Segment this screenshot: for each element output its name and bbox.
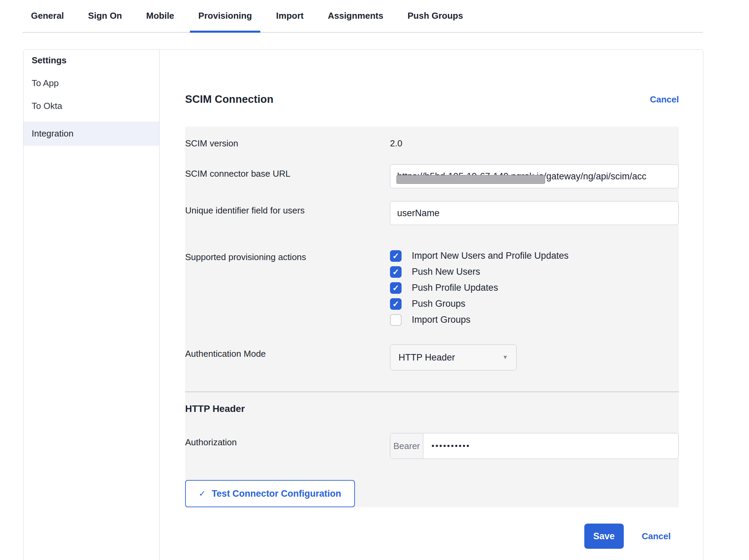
checkbox-checked-icon[interactable]: ✓	[390, 282, 402, 294]
sidebar-item-to-app[interactable]: To App	[23, 77, 159, 89]
provisioning-card: Settings To App To Okta Integration SCIM…	[23, 49, 703, 560]
checkbox-checked-icon[interactable]: ✓	[390, 250, 402, 262]
scim-version-value: 2.0	[390, 134, 679, 149]
authorization-label: Authorization	[185, 433, 390, 459]
scim-connection-section: SCIM Connection Cancel SCIM version 2.0 …	[160, 50, 704, 560]
check-icon: ✓	[199, 489, 206, 498]
tab-provisioning[interactable]: Provisioning	[190, 0, 260, 32]
base-url-label: SCIM connector base URL	[185, 164, 390, 188]
test-connector-configuration-button[interactable]: ✓ Test Connector Configuration	[185, 480, 355, 507]
tab-sign-on[interactable]: Sign On	[80, 0, 131, 32]
header-cancel-link[interactable]: Cancel	[650, 94, 679, 105]
provisioning-actions-label: Supported provisioning actions	[185, 248, 390, 328]
section-header: SCIM Connection Cancel	[185, 93, 679, 106]
authorization-input-group: Bearer ••••••••••	[390, 433, 679, 459]
chevron-down-icon: ▼	[502, 354, 508, 361]
checkbox-label: Import New Users and Profile Updates	[412, 251, 569, 261]
unique-id-label: Unique identifier field for users	[185, 201, 390, 225]
sidebar-item-to-okta[interactable]: To Okta	[23, 100, 159, 112]
provisioning-actions-row: Supported provisioning actions ✓ Import …	[185, 248, 679, 328]
base-url-input[interactable]: https://h5hd-195-19-67-149.ngrok.io/gate…	[390, 164, 679, 188]
checkbox-import-new-users[interactable]: ✓ Import New Users and Profile Updates	[390, 248, 679, 264]
checkbox-label: Import Groups	[412, 315, 471, 325]
checkbox-label: Push Groups	[412, 299, 466, 309]
settings-sidebar: Settings To App To Okta Integration	[23, 50, 160, 560]
auth-mode-label: Authentication Mode	[185, 345, 390, 370]
unique-id-input[interactable]: userName	[390, 201, 679, 225]
scim-form-panel: SCIM version 2.0 SCIM connector base URL…	[185, 127, 679, 507]
checkbox-label: Push New Users	[412, 267, 480, 277]
auth-mode-selected-value: HTTP Header	[398, 352, 455, 363]
form-actions: Save Cancel	[185, 524, 679, 549]
checkbox-checked-icon[interactable]: ✓	[390, 266, 402, 278]
tab-mobile[interactable]: Mobile	[138, 0, 183, 32]
section-divider	[185, 391, 679, 392]
sidebar-title: Settings	[23, 54, 159, 66]
checkbox-label: Push Profile Updates	[412, 283, 498, 293]
app-tab-bar: General Sign On Mobile Provisioning Impo…	[22, 0, 703, 33]
tab-assignments[interactable]: Assignments	[319, 0, 392, 32]
auth-mode-row: Authentication Mode HTTP Header ▼	[185, 345, 679, 370]
test-connector-configuration-label: Test Connector Configuration	[212, 489, 341, 499]
checkbox-push-new-users[interactable]: ✓ Push New Users	[390, 264, 679, 280]
checkbox-checked-icon[interactable]: ✓	[390, 298, 402, 310]
checkbox-push-profile-updates[interactable]: ✓ Push Profile Updates	[390, 280, 679, 296]
checkbox-import-groups[interactable]: Import Groups	[390, 312, 679, 328]
checkbox-push-groups[interactable]: ✓ Push Groups	[390, 296, 679, 312]
scim-version-label: SCIM version	[185, 134, 390, 149]
tab-push-groups[interactable]: Push Groups	[399, 0, 471, 32]
auth-mode-select[interactable]: HTTP Header ▼	[390, 345, 517, 370]
http-header-section-title: HTTP Header	[185, 403, 679, 414]
checkbox-unchecked-icon[interactable]	[390, 314, 402, 326]
scim-version-row: SCIM version 2.0	[185, 134, 679, 149]
base-url-visible-suffix: /gateway/ng/api/scim/acc	[544, 171, 647, 182]
save-button[interactable]: Save	[584, 524, 624, 549]
unique-id-row: Unique identifier field for users userNa…	[185, 201, 679, 225]
base-url-row: SCIM connector base URL https://h5hd-195…	[185, 164, 679, 188]
tab-import[interactable]: Import	[267, 0, 312, 32]
tab-general[interactable]: General	[22, 0, 72, 32]
bearer-prefix: Bearer	[390, 433, 423, 459]
page-title: SCIM Connection	[185, 93, 274, 106]
cancel-button[interactable]: Cancel	[642, 531, 671, 542]
authorization-row: Authorization Bearer ••••••••••	[185, 433, 679, 459]
sidebar-item-integration[interactable]: Integration	[23, 122, 159, 146]
authorization-token-input[interactable]: ••••••••••	[423, 433, 678, 459]
base-url-redaction-bar: https://h5hd-195-19-67-149.ngrok.io	[397, 171, 544, 182]
